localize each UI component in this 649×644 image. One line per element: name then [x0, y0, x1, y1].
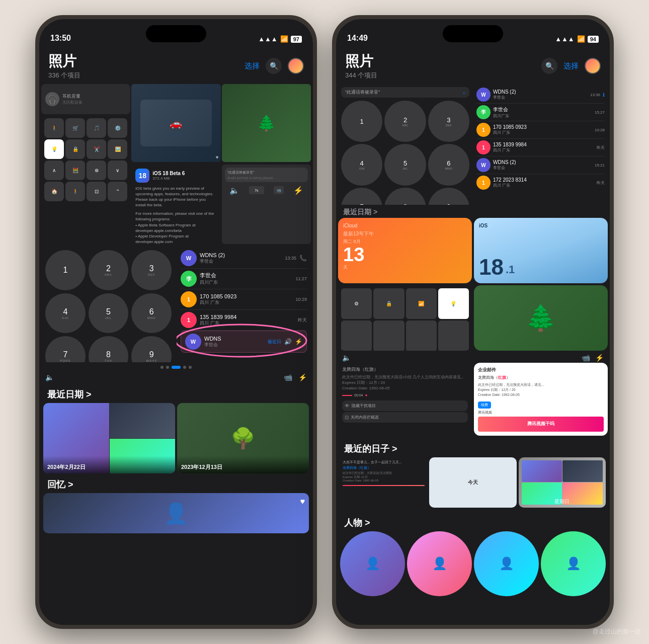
photos-title-left: 照片	[48, 52, 80, 71]
memory-section-header: 回忆 >	[39, 473, 313, 493]
time-right: 14:49	[347, 34, 368, 43]
right-dialpad-area: "此通话将被录音" ⌕ 1 2ABC 3DEF 4GHI 5JKL 6MNO 7…	[338, 84, 472, 205]
recent-dates-grid: 2024年2月22日 🌳 2023年12月13日	[39, 403, 313, 473]
dot-3-active	[172, 366, 181, 369]
photos-count-left: 336 个项目	[48, 71, 80, 80]
notification-grid: 龙腾四海（红旗） 此文件已经过期，无法预览大段话/小结 几个人之间的互动内容请见…	[336, 363, 610, 436]
recent-date-1[interactable]: 2024年2月22日	[43, 403, 175, 473]
right-recent-grid: 大杰不不是事儿，女子一起回了几天... 龙腾四海（红旗） 此文件已经过期，大家说…	[336, 457, 610, 508]
call-time-4: 昨天	[298, 317, 307, 324]
sound-bar-right: 🔈 📹 ⚡	[336, 353, 610, 363]
dot-2	[166, 366, 169, 369]
people-section-header: 人物 >	[336, 512, 610, 531]
signal-icon-left: ▲▲▲	[258, 35, 278, 43]
search-btn-left[interactable]: 🔍	[266, 58, 282, 74]
wdns-time: 最近日	[268, 339, 281, 345]
select-btn-right[interactable]: 选择	[563, 61, 579, 71]
right-phone-content: 照片 344 个项目 🔍 选择 "此通话将被录音"	[336, 47, 610, 625]
call-name-4: 135 1839 9984	[200, 314, 295, 320]
call-time-2: 11:27	[295, 276, 307, 281]
sound-icon-left: 🔈	[45, 373, 54, 381]
photos-count-right: 344 个项目	[345, 71, 377, 80]
widget-grid-right: iCloud 最新13号下午 周二 8月 13 天 iOS 18 .1	[336, 218, 610, 351]
person-4[interactable]: 👤	[541, 531, 606, 596]
right-call-list: W WDNS (2)李世会 13:36 ℹ 李 李世会四川广东 15:27 1	[473, 84, 608, 205]
recent-label-sunday: 星期日	[519, 498, 606, 505]
call-detail-1: 李世会	[200, 258, 282, 265]
outdoor-photo-right: 🌲	[474, 285, 608, 351]
dot-4	[183, 366, 186, 369]
signal-icon-right: ▲▲▲	[555, 35, 575, 43]
wifi-icon-left: 📶	[280, 35, 288, 43]
recent-section-right: 最近的日子 >	[336, 438, 610, 457]
recent-title: 最近日期 >	[47, 388, 92, 400]
call-detail-2: 四川广东	[200, 279, 292, 286]
call-detail-4: 四川 广东	[200, 320, 295, 327]
dynamic-island-right	[443, 25, 503, 42]
battery-right: 94	[588, 36, 599, 43]
avatar-left[interactable]	[288, 58, 304, 74]
person-grid: 👤 👤 👤 👤	[336, 531, 610, 596]
call-name-1: WDNS (2)	[200, 252, 282, 258]
recent-section-header: 最近日期 >	[39, 383, 313, 403]
status-icons-right: ▲▲▲ 📶 94	[555, 35, 599, 43]
screenshot-cell-left: ⚙ 🔒 📶 💡	[338, 285, 472, 351]
watermark: @走过山的那一边	[593, 627, 641, 636]
wifi-icon-right: 📶	[577, 35, 585, 43]
dot-1	[160, 366, 164, 369]
dot-5	[189, 366, 192, 369]
photo-cell-outdoor: 🌲	[222, 84, 311, 162]
status-icons-left: ▲▲▲ 📶 97	[258, 35, 302, 43]
dialpad-section: 1 2ABC 3DEF 4GHI 5JKL 6MNO 7PQRS 8TUV 9W…	[39, 245, 313, 363]
person-3[interactable]: 👤	[474, 531, 539, 596]
right-recent-dates-label: 最近日期 >	[336, 206, 610, 218]
carousel-dots	[39, 363, 313, 371]
memory-title: 回忆 >	[47, 478, 73, 491]
video-icon: 📹	[284, 373, 292, 381]
photos-header-right: 照片 344 个项目 🔍 选择	[336, 47, 610, 84]
photo-cell-1: 🎧 耳机音量 无匹配设备 🚶 🛒 🎵	[41, 84, 130, 245]
recent-cell-today[interactable]: 今天	[429, 457, 516, 508]
recent-date-label-2: 2023年12月13日	[177, 456, 309, 473]
sound-bar: 🔈 📹 ⚡	[39, 371, 313, 383]
photos-title-right: 照片	[345, 52, 377, 71]
photo-cell-voicemsg: "此通话将被录音" Audio prompt is being played..…	[222, 165, 311, 244]
recent-cell-chat[interactable]: 大杰不不是事儿，女子一起回了几天... 龙腾四海（红旗） 此文件已经过期，大家说…	[340, 457, 427, 508]
recent-dates-text: 最近日期 >	[343, 208, 377, 217]
recent-label-today: 今天	[468, 479, 478, 486]
search-btn-right[interactable]: 🔍	[541, 58, 557, 74]
photo-cell-ios18: 18 iOS 18 Beta 6 372.4 MB iOS beta gives…	[131, 165, 220, 244]
people-title: 人物 >	[344, 517, 370, 529]
memory-thumb[interactable]: 👤 ♥	[43, 493, 309, 533]
recent-date-2[interactable]: 🌳 2023年12月13日	[177, 403, 309, 473]
right-phone: 14:49 ▲▲▲ 📶 94 照片 344 个项目 🔍 选择	[332, 15, 614, 629]
time-left: 13:50	[50, 34, 71, 43]
person-2[interactable]: 👤	[407, 531, 472, 596]
left-phone-content: 照片 336 个项目 选择 🔍 🎧	[39, 47, 313, 625]
wdns-detail: 李世会	[204, 342, 265, 348]
wdns-highlighted-item: W WDNS 李世会 最近日 🔊 ⚡	[181, 331, 307, 353]
call-time-1: 13:35	[285, 256, 296, 261]
call-time-3: 10:29	[295, 297, 307, 302]
recent-cell-sunday[interactable]: 星期日	[519, 457, 606, 508]
person-1[interactable]: 👤	[340, 531, 405, 596]
left-phone: 13:50 ▲▲▲ 📶 97 照片 336 个项目 选择 �	[35, 15, 317, 629]
recent-date-label-1: 2024年2月22日	[43, 456, 175, 473]
flash-icon: ⚡	[298, 373, 307, 381]
call-detail-3: 四川 广东	[200, 299, 292, 306]
avatar-right[interactable]	[585, 58, 601, 74]
dynamic-island-left	[146, 25, 206, 42]
recent-title-right: 最近的日子 >	[344, 443, 397, 455]
photos-header-left: 照片 336 个项目 选择 🔍	[39, 47, 313, 84]
call-name-2: 李世会	[200, 272, 292, 279]
battery-left: 97	[291, 36, 302, 43]
call-name-3: 170 1085 0923	[200, 293, 292, 299]
photo-cell-car: 🚗 ♥	[131, 84, 220, 162]
wdns-name: WDNS	[204, 336, 265, 342]
select-btn-left[interactable]: 选择	[245, 61, 260, 71]
